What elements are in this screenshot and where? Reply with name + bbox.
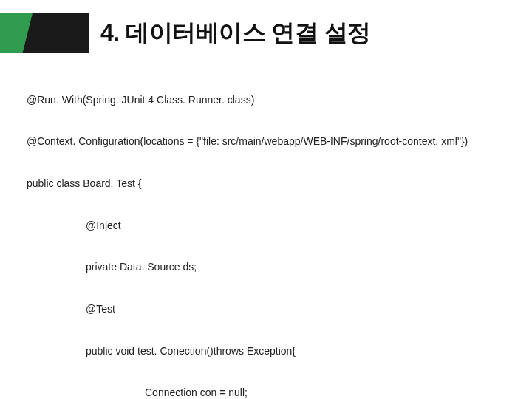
title-bar: 4. 데이터베이스 연결 설정 [0,13,532,53]
code-block: @Run. With(Spring. JUnit 4 Class. Runner… [27,65,505,399]
code-line: Connection con = null; [27,386,505,399]
code-line: public class Board. Test { [27,177,505,191]
slide: 4. 데이터베이스 연결 설정 @Run. With(Spring. JUnit… [0,0,532,399]
code-line: @Test [27,302,505,316]
code-line: @Inject [27,219,505,233]
code-line: public void test. Conection()throws Exce… [27,344,505,358]
code-line: private Data. Source ds; [27,260,505,274]
code-line: @Context. Configuration(locations = {"fi… [27,134,505,149]
slide-title: 4. 데이터베이스 연결 설정 [100,13,532,53]
code-line: @Run. With(Spring. JUnit 4 Class. Runner… [27,93,505,107]
